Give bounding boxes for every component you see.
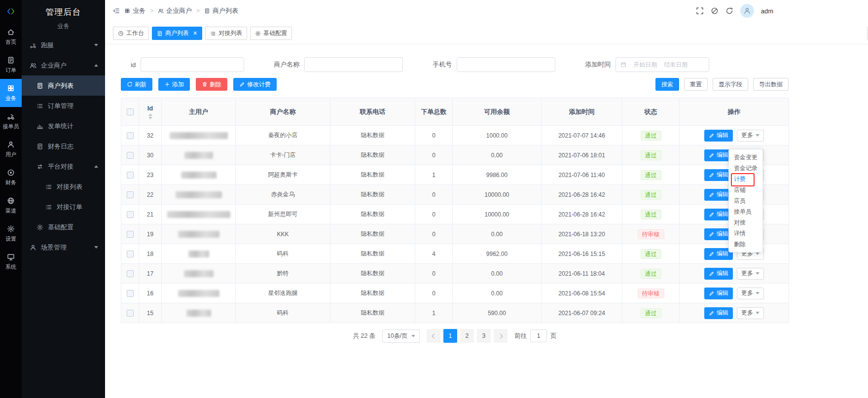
more-button[interactable]: 更多 [737,130,764,142]
edit-button[interactable]: 编辑 [704,307,733,319]
page-button-2[interactable]: 2 [460,329,474,343]
more-button[interactable]: 更多 [737,288,764,299]
breadcrumb-item-business[interactable]: 业务 [124,6,145,15]
rail-item-channel[interactable]: 渠道 [0,191,22,219]
menu-item-connect[interactable]: 对接 [729,217,762,228]
rail-item-courier[interactable]: 接单员 [0,107,22,135]
pencil-icon [709,172,715,178]
select-all-checkbox[interactable] [127,109,134,115]
edit-button[interactable]: 编辑 [704,288,733,299]
pencil-icon [239,81,245,87]
sidebar-item-finance-log[interactable]: 财务日志 [22,136,105,156]
page-size-select[interactable]: 10条/页 [382,329,420,343]
menu-item-billing[interactable]: 计费 [729,174,762,184]
next-page-button[interactable] [494,329,507,343]
app-logo[interactable] [0,0,22,23]
sidebar-item-enterprise-merchant[interactable]: 企业商户 [22,55,105,75]
menu-item-funds-change[interactable]: 资金变更 [729,152,762,163]
row-checkbox[interactable] [127,172,134,179]
merchant-name-filter-input[interactable] [304,57,403,72]
refresh-icon[interactable] [725,7,733,15]
menu-item-detail[interactable]: 详情 [729,228,762,239]
rail-item-business[interactable]: 业务 [0,79,22,107]
sort-icons[interactable] [139,113,161,119]
id-filter-input[interactable] [141,57,244,72]
rail-item-finance[interactable]: 财务 [0,163,22,191]
cell-balance: 0.00 [453,264,542,284]
status-badge: 通过 [641,131,661,141]
avatar[interactable] [740,4,754,18]
tab-merchant-list[interactable]: 商户列表✕ [152,27,202,40]
prev-page-button[interactable] [427,329,440,343]
menu-item-courier[interactable]: 接单员 [729,206,762,217]
edit-button[interactable]: 编辑 [704,130,733,142]
row-checkbox[interactable] [127,191,134,198]
edit-button[interactable]: 编辑 [704,268,733,280]
phone-filter-input[interactable] [457,57,555,72]
breadcrumb-item-merchant-list[interactable]: 商户列表 [204,6,238,15]
row-checkbox[interactable] [127,152,134,159]
export-data-button[interactable]: 导出数据 [753,78,789,91]
collapse-sidebar-icon[interactable] [113,7,120,14]
sidebar-item-order-management[interactable]: 订单管理 [22,96,105,116]
add-button[interactable]: 添加 [158,78,190,91]
forbid-icon[interactable] [711,7,719,15]
tab-connect-list[interactable]: 对接列表 [205,27,247,40]
row-checkbox[interactable] [127,310,134,317]
sidebar-item-paotui[interactable]: 跑腿 [22,35,105,55]
menu-item-funds-record[interactable]: 资金记录 [729,163,762,174]
rail-item-users[interactable]: 用户 [0,135,22,163]
breadcrumb-label: 商户列表 [213,6,238,15]
page-button-3[interactable]: 3 [477,329,491,343]
reset-button[interactable]: 重置 [684,78,708,91]
sidebar-item-scene-management[interactable]: 场景管理 [22,237,105,257]
cell-merchant: KKK [236,224,330,244]
menu-item-delete[interactable]: 删除 [729,239,762,250]
delete-button[interactable]: 删除 [196,78,227,91]
user-icon [7,141,15,148]
sidebar-menu: 跑腿 企业商户 商户列表 订单管理 发单统计 财务日志 平台对接 对接列表 对接… [22,35,105,257]
modify-billing-button[interactable]: 修改计费 [233,78,277,91]
goto-page-input[interactable] [530,329,547,342]
row-checkbox[interactable] [127,231,134,238]
sidebar-item-dispatch-stats[interactable]: 发单统计 [22,116,105,136]
refresh-button[interactable]: 刷新 [121,78,152,91]
close-icon[interactable]: ✕ [193,31,197,36]
filter-merchant-name: 商户名称 [274,57,403,72]
more-button[interactable]: 更多 [737,307,764,319]
button-label: 更多 [741,269,753,278]
chevron-down-icon [756,272,760,275]
tab-basic-config[interactable]: 基础配置 [250,27,292,40]
sidebar-item-basic-config[interactable]: 基础配置 [22,217,105,237]
show-fields-button[interactable]: 显示字段 [713,78,748,91]
sidebar-item-connect-orders[interactable]: 对接订单 [22,197,105,217]
logo-icon [6,7,15,16]
masked-user-data [184,270,214,277]
row-checkbox[interactable] [127,290,134,297]
sort-asc-icon[interactable] [148,113,152,116]
row-checkbox[interactable] [127,251,134,257]
username[interactable]: adm [761,7,773,15]
menu-item-shop[interactable]: 店铺 [729,184,762,195]
sidebar-item-connect-list[interactable]: 对接列表 [22,177,105,197]
rail-item-system[interactable]: 系统 [0,248,22,276]
row-checkbox[interactable] [127,211,134,218]
tab-workbench[interactable]: 工作台 [113,27,149,40]
menu-item-clerk[interactable]: 店员 [729,195,762,206]
breadcrumb-item-enterprise-merchant[interactable]: 企业商户 [158,6,192,15]
rail-item-orders[interactable]: 订单 [0,51,22,79]
col-id[interactable]: Id [139,98,162,126]
fullscreen-icon[interactable] [696,7,704,15]
search-button[interactable]: 搜索 [655,78,679,91]
sidebar-item-merchant-list[interactable]: 商户列表 [22,75,105,96]
row-checkbox[interactable] [127,270,134,277]
sidebar-item-platform-connect[interactable]: 平台对接 [22,156,105,177]
sort-desc-icon[interactable] [148,117,152,119]
rail-item-settings[interactable]: 设置 [0,219,22,248]
page-button-1[interactable]: 1 [443,329,457,343]
rail-item-home[interactable]: 首页 [0,23,22,51]
row-checkbox[interactable] [127,132,134,139]
chevron-down-icon [94,44,98,46]
more-button[interactable]: 更多 [737,268,764,280]
date-range-picker[interactable]: 开始日期 结束日期 [615,57,709,72]
